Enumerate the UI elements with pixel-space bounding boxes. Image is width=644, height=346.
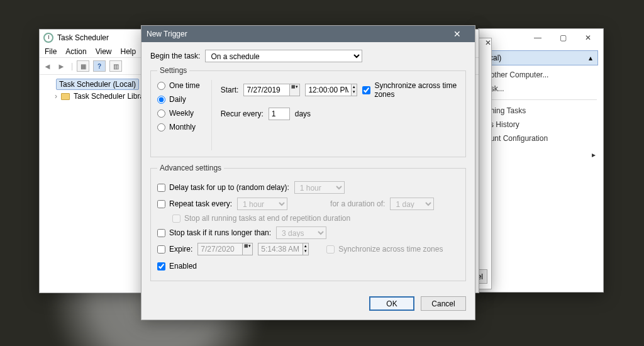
dialog-title: New Trigger bbox=[147, 30, 187, 38]
tree-item-library[interactable]: Task Scheduler Library bbox=[74, 92, 150, 101]
close-button[interactable]: ✕ bbox=[475, 38, 501, 52]
settings-group: Settings One time Daily Weekly Monthly S… bbox=[150, 66, 466, 157]
expire-sync-checkbox: Synchronize across time zones bbox=[326, 245, 443, 254]
forward-button[interactable]: ► bbox=[57, 62, 67, 71]
action-item[interactable]: ask... bbox=[485, 82, 597, 96]
recur-unit: days bbox=[295, 109, 311, 118]
menu-help[interactable]: Help bbox=[121, 47, 136, 56]
menu-view[interactable]: View bbox=[96, 47, 112, 56]
schedule-one-time[interactable]: One time bbox=[157, 81, 200, 90]
expire-date-input bbox=[197, 243, 243, 255]
schedule-daily[interactable]: Daily bbox=[157, 95, 200, 104]
ok-button[interactable]: OK bbox=[369, 296, 414, 311]
maximize-button[interactable]: ▢ bbox=[550, 31, 575, 45]
delay-checkbox[interactable]: Delay task for up to (random delay): bbox=[157, 183, 289, 192]
duration-label: for a duration of: bbox=[330, 199, 385, 208]
advanced-legend: Advanced settings bbox=[157, 164, 224, 172]
actions-pane-window: — ▢ ✕ cal)▴ nother Computer... ask... nn… bbox=[478, 28, 604, 293]
recur-label: Recur every: bbox=[221, 109, 264, 118]
begin-task-label: Begin the task: bbox=[150, 52, 200, 60]
action-item[interactable]: ks History bbox=[485, 118, 597, 131]
actions-pane-header[interactable]: cal)▴ bbox=[484, 50, 598, 65]
back-button[interactable]: ◄ bbox=[43, 62, 53, 71]
menu-file[interactable]: File bbox=[45, 47, 57, 56]
folder-icon bbox=[61, 93, 70, 100]
repeat-checkbox[interactable]: Repeat task every: bbox=[157, 199, 232, 208]
start-label: Start: bbox=[221, 86, 239, 94]
enabled-checkbox[interactable]: Enabled bbox=[157, 262, 197, 271]
minimize-button[interactable]: — bbox=[525, 31, 550, 45]
advanced-settings-group: Advanced settings Delay task for up to (… bbox=[150, 164, 466, 281]
expire-checkbox[interactable]: Expire: bbox=[157, 245, 192, 254]
schedule-monthly[interactable]: Monthly bbox=[157, 123, 200, 131]
schedule-weekly[interactable]: Weekly bbox=[157, 109, 200, 118]
stop-all-checkbox: Stop all running tasks at end of repetit… bbox=[172, 214, 350, 223]
start-date-input[interactable] bbox=[243, 84, 290, 96]
close-icon[interactable]: ✕ bbox=[445, 29, 470, 39]
toolbar-button[interactable]: ▥ bbox=[109, 60, 122, 72]
clock-icon bbox=[45, 80, 53, 89]
help-button[interactable]: ? bbox=[93, 60, 106, 72]
tree-root[interactable]: Task Scheduler (Local) bbox=[56, 79, 139, 90]
delay-value-select: 1 hour bbox=[294, 181, 345, 194]
menu-action[interactable]: Action bbox=[65, 47, 86, 56]
cancel-button[interactable]: Cancel bbox=[421, 296, 466, 311]
stop-if-value-select: 3 days bbox=[276, 226, 326, 239]
close-button[interactable]: ✕ bbox=[575, 31, 601, 45]
begin-task-select[interactable]: On a schedule bbox=[205, 50, 362, 62]
stop-if-checkbox[interactable]: Stop task if it runs longer than: bbox=[157, 228, 271, 237]
sync-timezones-checkbox[interactable]: Synchronize across time zones bbox=[362, 81, 459, 99]
new-trigger-dialog: New Trigger ✕ Begin the task: On a sched… bbox=[141, 25, 475, 320]
recur-value-input[interactable] bbox=[269, 108, 290, 120]
settings-legend: Settings bbox=[157, 66, 189, 75]
expand-arrow-icon[interactable]: ▸ bbox=[479, 148, 603, 162]
action-item[interactable]: nning Tasks bbox=[485, 104, 597, 118]
clock-icon bbox=[43, 33, 53, 43]
expire-time-input bbox=[258, 243, 303, 255]
toolbar-button[interactable]: ▦ bbox=[77, 60, 89, 72]
action-item[interactable]: nother Computer... bbox=[485, 68, 597, 82]
action-item[interactable]: ount Configuration bbox=[485, 131, 597, 145]
start-time-input[interactable] bbox=[305, 84, 352, 96]
window-title: Task Scheduler bbox=[57, 33, 109, 42]
repeat-value-select: 1 hour bbox=[237, 198, 287, 210]
duration-value-select: 1 day bbox=[390, 198, 434, 210]
